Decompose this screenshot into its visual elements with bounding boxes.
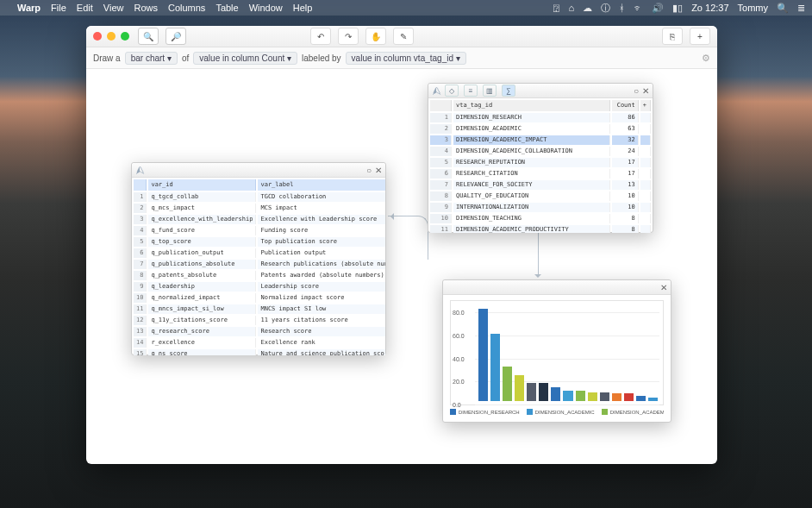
chart-type-selector[interactable]: bar chart ▾: [125, 52, 178, 65]
close-button[interactable]: [93, 32, 102, 41]
table-row[interactable]: 1q_tgcd_collabTGCD collaborationquantity…: [134, 192, 385, 202]
chart-bar[interactable]: [478, 309, 488, 401]
table-row[interactable]: 15q_ns_scoreNature and science publicati…: [134, 349, 385, 355]
table-row[interactable]: 7q_publications_absoluteResearch publica…: [134, 260, 385, 269]
status-icon[interactable]: ⍰: [553, 3, 559, 13]
status-icon[interactable]: ⓘ: [601, 2, 610, 15]
edit-button[interactable]: ✎: [393, 28, 414, 45]
chart-bar[interactable]: [551, 387, 560, 401]
spotlight-icon[interactable]: 🔍: [777, 3, 789, 14]
table-row[interactable]: 1DIMENSION_RESEARCH86: [430, 113, 651, 122]
panel-handle-icon[interactable]: ⮙: [432, 85, 441, 96]
menu-view[interactable]: View: [103, 3, 124, 13]
hand-button[interactable]: ✋: [365, 28, 386, 45]
clock[interactable]: Zo 12:37: [691, 3, 728, 13]
panel-header[interactable]: ✕: [443, 280, 671, 295]
chart-bar[interactable]: [539, 383, 548, 401]
wifi-icon[interactable]: ᯤ: [634, 3, 643, 13]
chart-bar[interactable]: [636, 396, 646, 401]
workflow-canvas[interactable]: ⮙ ○ ✕ var_idvar_labelvar_unitvar_descri1…: [86, 69, 717, 467]
menu-file[interactable]: File: [51, 3, 66, 13]
table-row[interactable]: 2DIMENSION_ACADEMIC63: [430, 124, 651, 134]
settings-gear-icon[interactable]: ⚙: [702, 53, 710, 64]
table-row[interactable]: 4DIMENSION_ACADEMIC_COLLABORATION24: [430, 147, 651, 156]
export-button[interactable]: ⎘: [662, 28, 683, 45]
step-link-icon[interactable]: ◇: [445, 85, 459, 97]
minimize-button[interactable]: [107, 32, 116, 41]
table-row[interactable]: 7RELEVANCE_FOR_SOCIETY13: [430, 180, 651, 190]
column-header[interactable]: var_label: [258, 179, 385, 191]
panel-close-icon[interactable]: ✕: [642, 86, 649, 96]
user-menu[interactable]: Tommy: [738, 3, 768, 13]
table-row[interactable]: 9INTERNATIONALIZATION10: [430, 203, 651, 212]
table-row[interactable]: 14r_excellenceExcellence rankrankThe aca…: [134, 338, 385, 348]
chart-panel[interactable]: ✕ 0.020.040.060.080.0 DIMENSION_RESEARCH…: [442, 279, 671, 423]
menu-columns[interactable]: Columns: [168, 3, 205, 13]
refresh-button[interactable]: ↷: [338, 28, 359, 45]
chart-bar[interactable]: [648, 398, 658, 401]
table-row[interactable]: 5RESEARCH_REPUTATION17: [430, 158, 651, 167]
table-row[interactable]: 10DIMENSION_TEACHING8: [430, 214, 651, 223]
chart-bar[interactable]: [600, 392, 609, 401]
panel-close-icon[interactable]: ✕: [660, 283, 667, 292]
variables-table-panel[interactable]: ⮙ ○ ✕ var_idvar_labelvar_unitvar_descri1…: [131, 162, 386, 355]
notification-center-icon[interactable]: ≣: [797, 3, 805, 14]
table-row[interactable]: 12q_11y_citations_score11 years citation…: [134, 316, 385, 325]
table-scroll[interactable]: vta_tag_idCount+1DIMENSION_RESEARCH862DI…: [428, 98, 653, 233]
chart-bar[interactable]: [527, 383, 536, 401]
table-row[interactable]: 6q_publication_outputPublication outputq…: [134, 248, 385, 258]
menu-app[interactable]: Warp: [17, 3, 41, 13]
step-back-button[interactable]: ↶: [310, 28, 331, 45]
table-row[interactable]: 10q_normalized_impactNormalized impact s…: [134, 293, 385, 303]
zoom-in-button[interactable]: 🔎: [166, 28, 186, 45]
battery-icon[interactable]: ▮▯: [672, 3, 683, 14]
zoom-out-button[interactable]: 🔍: [138, 28, 159, 45]
step-cols-icon[interactable]: ▥: [483, 85, 497, 97]
menu-table[interactable]: Table: [215, 3, 238, 13]
table-row[interactable]: 3q_excellence_with_leadershipExcellence …: [134, 215, 385, 224]
menu-rows[interactable]: Rows: [134, 3, 158, 13]
table-row[interactable]: 11DIMENSION_ACADEMIC_PRODUCTIVITY8: [430, 225, 651, 233]
table-row[interactable]: 9q_leadershipLeadership scorequantity: [134, 282, 385, 292]
step-rows-icon[interactable]: ≡: [464, 85, 478, 97]
column-header[interactable]: Count: [612, 100, 639, 111]
panel-handle-icon[interactable]: ⮙: [135, 165, 145, 175]
aggregate-table-panel[interactable]: ⮙ ◇ ≡ ▥ ∑ ○ ✕ vta_tag_idCount+1DIMENSION…: [428, 83, 653, 233]
panel-config-icon[interactable]: ○: [634, 86, 639, 96]
status-icon[interactable]: ☁: [583, 3, 592, 14]
column-header[interactable]: [430, 100, 452, 111]
table-row[interactable]: 6RESEARCH_CITATION17: [430, 169, 651, 179]
column-header[interactable]: vta_tag_id: [453, 100, 610, 111]
panel-config-icon[interactable]: ○: [366, 166, 372, 175]
bluetooth-icon[interactable]: ᚼ: [619, 3, 625, 13]
status-icon[interactable]: ⌂: [568, 3, 574, 13]
table-row[interactable]: 8QUALITY_OF_EDUCATION10: [430, 191, 651, 201]
chart-bar[interactable]: [490, 334, 500, 401]
table-scroll[interactable]: var_idvar_labelvar_unitvar_descri1q_tgcd…: [132, 178, 385, 355]
menu-edit[interactable]: Edit: [77, 3, 93, 13]
zoom-button[interactable]: [121, 32, 129, 41]
chart-bar[interactable]: [624, 393, 634, 401]
table-row[interactable]: 2q_mcs_impactMCS impactquantityMCS (mean…: [134, 204, 385, 213]
table-row[interactable]: 13q_research_scoreResearch scorequantity…: [134, 327, 385, 336]
value-column-selector[interactable]: value in column Count ▾: [193, 52, 297, 65]
volume-icon[interactable]: 🔊: [652, 3, 664, 14]
column-header[interactable]: +: [640, 100, 651, 111]
label-column-selector[interactable]: value in column vta_tag_id ▾: [346, 52, 466, 65]
table-row[interactable]: 4q_fund_scoreFunding scorequantityIndica…: [134, 226, 385, 235]
window-titlebar[interactable]: 🔍 🔎 ↶ ↷ ✋ ✎ ⎘ +: [86, 26, 717, 47]
chart-bar[interactable]: [588, 392, 597, 401]
chart-bar[interactable]: [503, 367, 512, 401]
menu-help[interactable]: Help: [293, 3, 313, 13]
column-header[interactable]: [134, 179, 147, 191]
add-button[interactable]: +: [690, 28, 710, 45]
aggregate-table[interactable]: vta_tag_idCount+1DIMENSION_RESEARCH862DI…: [428, 98, 653, 233]
chart-bar[interactable]: [576, 391, 585, 401]
chart-bar[interactable]: [563, 391, 572, 401]
table-row[interactable]: 11q_mncs_impact_si_lowMNCS impact SI low…: [134, 304, 385, 314]
panel-close-icon[interactable]: ✕: [375, 166, 382, 175]
panel-header[interactable]: ⮙ ◇ ≡ ▥ ∑ ○ ✕: [428, 84, 653, 98]
column-header[interactable]: var_id: [148, 179, 256, 191]
chart-bar[interactable]: [515, 375, 524, 401]
table-row[interactable]: 5q_top_scoreTop publication scorequantit…: [134, 237, 385, 247]
